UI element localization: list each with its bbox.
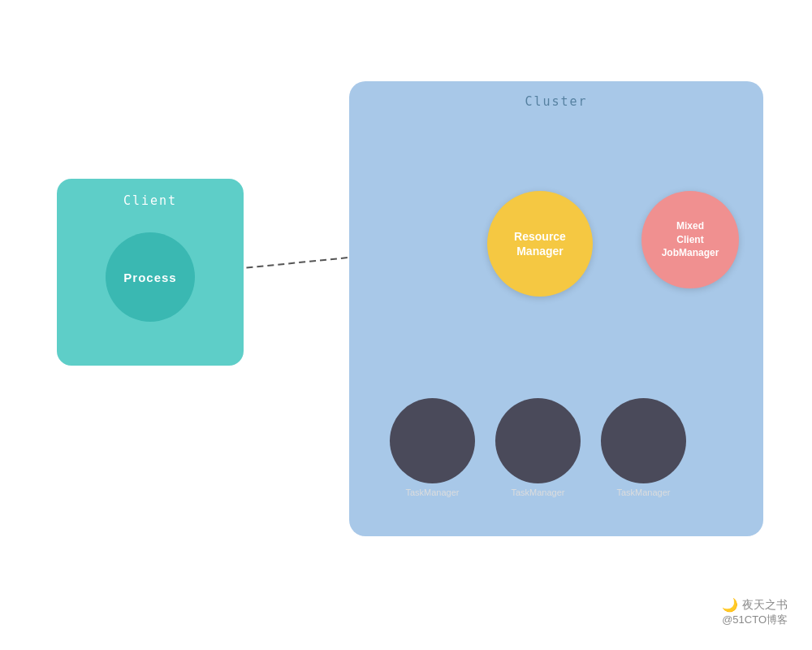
resource-manager-circle: ResourceManager: [487, 191, 593, 297]
watermark-icon: 🌙: [722, 597, 738, 613]
watermark-title: 夜天之书: [742, 598, 788, 613]
watermark: 🌙 夜天之书 @51CTO博客: [722, 597, 788, 627]
taskmanager-circle-2: [495, 398, 581, 483]
mixed-client-label: MixedClientJobManager: [662, 219, 719, 260]
taskmanager-circle-3: [601, 398, 686, 483]
taskmanager-label-3: TaskManager: [601, 488, 686, 497]
mixed-client-jobmanager-circle: MixedClientJobManager: [641, 191, 739, 288]
process-circle: Process: [106, 232, 195, 322]
watermark-site: @51CTO博客: [722, 613, 788, 627]
watermark-icon-line: 🌙 夜天之书: [722, 597, 788, 613]
taskmanager-label-2: TaskManager: [495, 488, 581, 497]
cluster-label: Cluster: [349, 94, 763, 109]
client-box: Client Process: [57, 179, 244, 366]
client-label: Client: [123, 193, 177, 208]
resource-manager-label: ResourceManager: [514, 229, 566, 258]
process-label: Process: [123, 271, 176, 284]
diagram-container: Client Process Cluster ResourceManager M…: [0, 0, 812, 650]
taskmanager-circle-1: [390, 398, 475, 483]
taskmanager-label-1: TaskManager: [390, 488, 475, 497]
